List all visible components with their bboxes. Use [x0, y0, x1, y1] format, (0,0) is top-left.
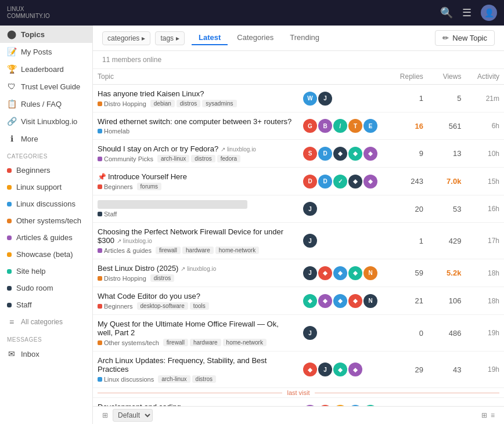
avatar: E [363, 119, 377, 133]
site-logo: LINUX COMMUNITY.IO [7, 6, 50, 20]
topic-title[interactable]: ████████████████████████████ [98, 200, 294, 209]
default-select[interactable]: Default [113, 409, 153, 422]
category-label[interactable]: Distro Hopping [98, 275, 146, 282]
sidebar-item-more[interactable]: ℹ More [0, 130, 92, 147]
sidebar-item-label: My Posts [21, 48, 52, 56]
activity-cell: 16h [466, 195, 504, 223]
tag[interactable]: distros [192, 375, 216, 383]
sidebar-item-showcase[interactable]: Showcase (beta) [0, 246, 92, 263]
views-cell: 5.2k [428, 259, 466, 287]
list-icon[interactable]: ≡ [491, 411, 495, 419]
sidebar-item-trust-level[interactable]: 🛡 Trust Level Guide [0, 78, 92, 95]
activity-cell: 17h [466, 223, 504, 259]
category-label[interactable]: Other systems/tech [98, 339, 159, 346]
search-icon[interactable]: 🔍 [440, 6, 453, 19]
columns-icon[interactable]: ⊞ [481, 411, 487, 419]
sidebar-item-inbox[interactable]: ✉ Inbox [0, 345, 92, 363]
sidebar-item-linux-discussions[interactable]: Linux discussions [0, 195, 92, 212]
categories-button[interactable]: categories ▸ [102, 31, 150, 45]
sidebar-item-all-categories[interactable]: ≡ All categories [0, 313, 92, 331]
topic-title[interactable]: Best Linux Distro (2025)↗ linuxblog.io [98, 264, 294, 273]
activity-cell: 21m [466, 85, 504, 113]
sidebar-item-leaderboard[interactable]: 🏆 Leaderboard [0, 60, 92, 78]
topic-title[interactable]: Should I stay on Arch or try Fedora?↗ li… [98, 144, 294, 153]
tag[interactable]: distros [191, 155, 215, 162]
sidebar-item-topics[interactable]: ⬤ Topics [0, 26, 92, 43]
topic-title[interactable]: Wired ethernet switch: one computer betw… [98, 117, 294, 126]
sidebar-item-visit-linuxblog[interactable]: 🔗 Visit Linuxblog.io [0, 113, 92, 130]
tags-row: Community Picksarch-linuxdistrosfedora [98, 155, 294, 162]
tab-categories[interactable]: Categories [230, 31, 280, 45]
tag[interactable]: tools [190, 302, 209, 310]
avatar: ◆ [348, 363, 362, 376]
sidebar-item-sudo-room[interactable]: Sudo room [0, 280, 92, 296]
tag[interactable]: home-network [215, 247, 259, 254]
category-label[interactable]: Community Picks [98, 155, 153, 162]
category-label[interactable]: Homelab [98, 128, 129, 135]
topic-title[interactable]: Has anyone tried Kaisen Linux? [98, 89, 294, 98]
sidebar-item-articles-guides[interactable]: Articles & guides [0, 229, 92, 246]
avatars-group: ◆◆◆◆N [303, 294, 385, 308]
tag[interactable]: firewall [163, 339, 188, 346]
tag[interactable]: fedora [217, 155, 240, 162]
tag[interactable]: forums [137, 183, 162, 190]
sidebar-item-rules-faq[interactable]: 📋 Rules / FAQ [0, 95, 92, 113]
sidebar-item-my-posts[interactable]: 📝 My Posts [0, 43, 92, 60]
bottom-bar: ⊞ Default ⊞ ≡ [93, 406, 504, 424]
avatars-group: GB/TE [303, 119, 385, 133]
topic-title[interactable]: Choosing the Perfect Network Firewall De… [98, 227, 294, 245]
main-content: categories ▸ tags ▸ Latest Categories Tr… [93, 26, 504, 424]
new-topic-button[interactable]: ✏ New Topic [435, 30, 495, 46]
topic-title[interactable]: Arch Linux Updates: Frequency, Stability… [98, 356, 294, 374]
tag[interactable]: distros [177, 100, 200, 107]
menu-icon[interactable]: ☰ [462, 6, 471, 19]
sidebar-item-site-help[interactable]: Site help [0, 263, 92, 280]
tag[interactable]: home-network [223, 339, 267, 346]
category-dot [98, 340, 102, 345]
tag[interactable]: hardware [190, 339, 221, 346]
last-visit-divider: last visit [93, 388, 504, 398]
category-label[interactable]: Beginners [98, 303, 133, 310]
tags-label: tags [160, 34, 174, 42]
avatar: ◆ [318, 266, 332, 280]
trust-level-icon: 🛡 [7, 82, 16, 91]
members-online: 11 members online [93, 51, 504, 69]
sidebar-item-beginners[interactable]: Beginners [0, 162, 92, 179]
category-label[interactable]: Staff [98, 211, 117, 218]
avatar: T [348, 119, 362, 133]
tag[interactable]: debian [150, 100, 175, 107]
sidebar-item-label: Leaderboard [21, 65, 64, 74]
topic-title[interactable]: My Quest for the Ultimate Home Office Fi… [98, 320, 294, 337]
category-label[interactable]: Beginners [98, 183, 133, 190]
sidebar-item-other-systems-tech[interactable]: Other systems/tech [0, 212, 92, 229]
tag[interactable]: distros [150, 274, 174, 282]
tags-button[interactable]: tags ▸ [155, 31, 185, 45]
activity-cell: 18h [466, 259, 504, 287]
views-cell: 53 [428, 195, 466, 223]
tag[interactable]: sysadmins [202, 100, 236, 107]
topic-title[interactable]: What Code Editor do you use? [98, 292, 294, 300]
tab-latest[interactable]: Latest [192, 31, 228, 45]
sidebar-item-linux-support[interactable]: Linux support [0, 179, 92, 195]
category-label[interactable]: Articles & guides [98, 247, 152, 254]
category-label[interactable]: Linux discussions [98, 376, 154, 383]
tag[interactable]: hardware [182, 247, 214, 254]
tag[interactable]: arch-linux [157, 155, 189, 162]
tag[interactable]: arch-linux [158, 375, 190, 383]
topic-title[interactable]: 📌Introduce Yourself Here [98, 172, 294, 181]
tab-trending[interactable]: Trending [283, 31, 326, 45]
avatar: J [303, 234, 317, 248]
avatars-cell: WJ [298, 85, 390, 113]
activity-cell: 15h [466, 168, 504, 195]
linux-support-dot [7, 185, 12, 190]
tags-chevron-icon: ▸ [176, 34, 179, 42]
replies-cell: 29 [390, 351, 428, 388]
user-icon[interactable]: 👤 [481, 5, 497, 21]
tag[interactable]: firewall [156, 247, 181, 254]
category-label[interactable]: Distro Hopping [98, 100, 146, 107]
sidebar-item-staff[interactable]: Staff [0, 296, 92, 313]
replies-cell: 16 [390, 113, 428, 140]
views-cell: 13 [428, 140, 466, 168]
table-row: What Code Editor do you use? Beginnersde… [93, 287, 504, 315]
tag[interactable]: desktop-software [137, 302, 188, 310]
